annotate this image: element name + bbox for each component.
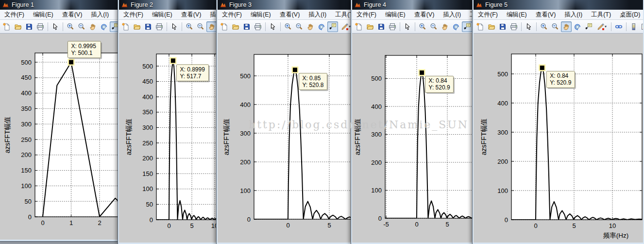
toolbar-link-plots-button[interactable] (613, 21, 624, 32)
toolbar-separator (265, 22, 266, 31)
menu-item-edit[interactable]: 编辑(E) (502, 11, 531, 19)
toolbar-zoom-in-button[interactable] (539, 21, 549, 32)
menu-item-insert[interactable]: 插入(I) (560, 11, 587, 19)
toolbar-new-doc-button[interactable] (475, 21, 486, 32)
print-icon (155, 23, 163, 31)
toolbar-rotate-3d-button[interactable] (572, 21, 583, 32)
toolbar-new-doc-button[interactable] (354, 21, 364, 32)
toolbar-open-folder-button[interactable] (230, 21, 241, 32)
toolbar-rotate-3d-button[interactable] (451, 21, 461, 32)
toolbar-pan-hand-button[interactable] (440, 21, 450, 32)
toolbar-zoom-out-button[interactable] (428, 21, 439, 32)
toolbar-zoom-in-button[interactable] (184, 21, 195, 32)
toolbar-save-button[interactable] (241, 21, 252, 32)
menu-item-insert[interactable]: 插入(I) (304, 11, 331, 19)
menu-item-edit[interactable]: 编辑(E) (246, 11, 275, 19)
menu-item-view[interactable]: 查看(V) (410, 11, 439, 19)
data-marker[interactable] (540, 66, 544, 70)
toolbar-print-button[interactable] (35, 21, 46, 32)
toolbar-open-folder-button[interactable] (13, 21, 23, 32)
svg-text:150: 150 (21, 167, 32, 174)
toolbar-pan-hand-button[interactable] (305, 21, 316, 32)
data-tip-x-value: X: 0.85 (302, 75, 321, 82)
menu-item-tools[interactable]: 工具(T) (331, 11, 352, 19)
title-bar[interactable]: Figure 2 (119, 0, 217, 10)
svg-text:0: 0 (286, 222, 289, 229)
toolbar-zoom-out-button[interactable] (195, 21, 206, 32)
menu-item-view[interactable]: 查看(V) (177, 11, 206, 19)
toolbar-brush-button[interactable]: ▾ (594, 21, 609, 32)
toolbar-rotate-3d-button[interactable] (316, 21, 327, 32)
toolbar-new-doc-button[interactable] (1, 21, 12, 32)
toolbar-open-folder-button[interactable] (132, 21, 142, 32)
plot-canvas[interactable]: 012050100150200250300350400450500azsFFT幅… (0, 34, 118, 240)
toolbar-print-button[interactable] (154, 21, 165, 32)
plot-canvas[interactable]: -5050100200300400500azsFFT幅值X: 0.84Y: 52… (352, 34, 473, 243)
menu-item-file[interactable]: 文件(F) (0, 11, 29, 19)
menu-item-file[interactable]: 文件(F) (218, 11, 246, 19)
toolbar-zoom-out-button[interactable] (294, 21, 305, 32)
toolbar-zoom-out-button[interactable] (550, 21, 560, 32)
menu-item-view[interactable]: 查看(V) (58, 11, 87, 19)
toolbar-brush-button[interactable]: ▾ (339, 21, 352, 32)
toolbar-pan-hand-button[interactable] (206, 21, 217, 32)
toolbar-save-button[interactable] (143, 21, 153, 32)
toolbar-legend-button[interactable] (640, 21, 644, 32)
toolbar-new-doc-button[interactable] (219, 21, 230, 32)
svg-text:500: 500 (371, 75, 382, 82)
data-marker[interactable] (420, 70, 424, 75)
data-marker[interactable] (69, 60, 73, 64)
menu-item-insert[interactable]: 插入(I) (86, 11, 113, 19)
data-marker[interactable] (293, 68, 297, 72)
toolbar-arrow-cursor-button[interactable] (524, 21, 534, 32)
toolbar-open-folder-button[interactable] (365, 21, 375, 32)
toolbar-arrow-cursor-button[interactable] (169, 21, 180, 32)
toolbar-arrow-cursor-button[interactable] (402, 21, 413, 32)
toolbar-rotate-3d-button[interactable] (99, 21, 109, 32)
menu-item-view[interactable]: 查看(V) (531, 11, 560, 19)
toolbar-print-button[interactable] (508, 21, 519, 32)
toolbar-save-button[interactable] (376, 21, 387, 32)
toolbar-arrow-cursor-button[interactable] (268, 21, 278, 32)
dropdown-caret-icon[interactable]: ▾ (605, 25, 607, 29)
title-bar[interactable]: Figure 4 (352, 0, 473, 10)
title-bar[interactable]: Figure 5 (474, 0, 643, 10)
toolbar-data-cursor-button[interactable] (327, 21, 338, 32)
save-icon (499, 23, 507, 31)
menu-item-edit[interactable]: 编辑(E) (148, 11, 177, 19)
toolbar-print-button[interactable] (387, 21, 398, 32)
toolbar-pan-hand-button[interactable] (87, 21, 98, 32)
toolbar-zoom-out-button[interactable] (76, 21, 87, 32)
menu-item-file[interactable]: 文件(F) (119, 11, 148, 19)
zoom-out-icon (295, 23, 303, 31)
toolbar-zoom-in-button[interactable] (417, 21, 428, 32)
menu-item-desktop[interactable]: 桌面(D) (615, 11, 644, 19)
toolbar-new-doc-button[interactable] (120, 21, 131, 32)
toolbar-zoom-in-button[interactable] (65, 21, 76, 32)
menu-item-tools[interactable]: 工具(T) (587, 11, 615, 19)
toolbar-arrow-cursor-button[interactable] (50, 21, 61, 32)
plot-canvas[interactable]: 0510050100150200250300350400450500azsFFT… (119, 34, 217, 243)
menu-item-insert[interactable]: 插入(I) (205, 11, 218, 19)
toolbar-data-cursor-button[interactable] (462, 21, 473, 32)
data-marker[interactable] (171, 58, 175, 63)
toolbar-zoom-in-button[interactable] (283, 21, 293, 32)
plot-canvas[interactable]: 050100200300400500azsFFT幅值X: 0.85Y: 520.… (218, 34, 351, 243)
plot-canvas[interactable]: 05100100200300400500azsFFT幅值频率(Hz)X: 0.8… (474, 34, 643, 243)
menu-item-file[interactable]: 文件(F) (474, 11, 502, 19)
title-bar[interactable]: Figure 3 (218, 0, 351, 10)
dropdown-caret-icon[interactable]: ▾ (349, 25, 351, 29)
menu-item-insert[interactable]: 插入(I) (439, 11, 465, 19)
menu-item-file[interactable]: 文件(F) (352, 11, 381, 19)
toolbar-save-button[interactable] (24, 21, 34, 32)
toolbar-data-cursor-button[interactable] (583, 21, 594, 32)
toolbar-colorbar-button[interactable] (628, 21, 639, 32)
menu-item-edit[interactable]: 编辑(E) (381, 11, 410, 19)
toolbar-pan-hand-button[interactable] (561, 21, 572, 32)
toolbar-print-button[interactable] (253, 21, 263, 32)
menu-item-edit[interactable]: 编辑(E) (29, 11, 58, 19)
toolbar-open-folder-button[interactable] (486, 21, 497, 32)
toolbar-save-button[interactable] (497, 21, 508, 32)
title-bar[interactable]: Figure 1 (0, 0, 118, 10)
menu-item-view[interactable]: 查看(V) (275, 11, 305, 19)
